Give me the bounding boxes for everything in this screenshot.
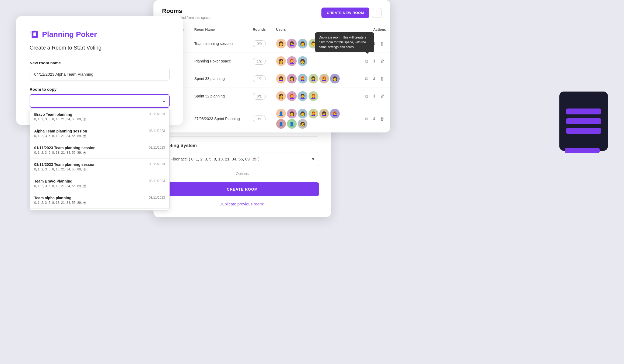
list-item[interactable]: Alpha Team planning session 0, 1, 2, 3, … — [30, 125, 169, 142]
new-room-input[interactable] — [30, 68, 170, 80]
panel-bar-bottom — [565, 148, 600, 153]
duplicate-action-button[interactable]: ⧉ — [363, 58, 370, 65]
panel-bar-3 — [566, 128, 601, 134]
avatar: 👤 — [287, 119, 297, 129]
avatar: 👩 — [287, 74, 297, 83]
dropdown-item-date: 03/11/2023 — [149, 196, 165, 200]
duplicate-link[interactable]: Duplicate previous room? — [219, 202, 265, 206]
voting-system-select[interactable]: Fibonacci ( 0, 1, 2, 3, 5, 8, 13, 21, 34… — [165, 152, 319, 166]
download-action-button[interactable]: ⬇ — [371, 75, 377, 82]
logo-area: 🂠 Planning Poker — [30, 30, 170, 39]
dropdown-item-name: Team alpha planning — [34, 196, 146, 200]
room-to-copy-wrapper: ▲ Bravo Team planning 0, 1, 2, 3, 5, 8, … — [30, 94, 170, 108]
duplicate-action-button[interactable]: ⧉ — [363, 75, 370, 82]
list-item[interactable]: 01/11/2023 Team planning session 0, 1, 2… — [30, 142, 169, 159]
cell-room-name: Sprint 32 planning — [190, 88, 248, 105]
create-new-room-button[interactable]: CREATE NEW ROOM — [321, 8, 369, 18]
dropdown-item-cards: 0, 1, 2, 3, 5, 8, 13, 21, 34, 55, 89, ☕ — [34, 201, 146, 205]
avatar: 👩‍🦰 — [319, 74, 329, 83]
avatar: 👩‍🦰 — [330, 109, 340, 118]
duplicate-action-button[interactable]: ⧉ — [363, 93, 370, 100]
cell-users: 👩👩‍🦰👩 — [272, 52, 357, 70]
avatar: 👩 — [298, 39, 307, 48]
avatar: 👩‍🦰 — [309, 109, 318, 118]
avatar: 👩 — [330, 74, 340, 83]
rounds-badge: 1/2 — [253, 75, 266, 82]
planning-poker-card: 🂠 Planning Poker Create a Room to Start … — [16, 16, 183, 125]
dropdown-item-date: 03/11/2023 — [149, 146, 165, 149]
dropdown-item-date: 03/11/2023 — [149, 112, 165, 116]
list-item[interactable]: New room 03/11/2023 — [30, 209, 169, 211]
create-room-button[interactable]: CREATE ROOM — [165, 182, 319, 196]
more-dots-icon: ⋮ — [374, 10, 379, 16]
cell-rounds: 1/2 — [248, 52, 272, 70]
dropdown-item-date: 03/11/2023 — [149, 129, 165, 133]
list-item[interactable]: 03/11/2023 Team planning session 0, 1, 2… — [30, 159, 169, 175]
avatar: 👩 — [276, 91, 286, 101]
voting-system-wrapper: Fibonacci ( 0, 1, 2, 3, 5, 8, 13, 21, 34… — [165, 152, 319, 166]
cell-users: 👩👩‍🦰👩‍🦱👩‍🦰 — [272, 88, 357, 105]
duplicate-action-button[interactable]: ⧉ — [363, 116, 370, 122]
table-row: 23 👩 Sprint 33 planning 1/2 👩‍🦱👩👩‍🦰👩‍🦱👩‍… — [153, 70, 390, 88]
tooltip-text: Duplicate room. This will create a new r… — [319, 36, 366, 49]
dropdown-item-info: Team Bravo Planning 0, 1, 2, 3, 5, 8, 13… — [34, 179, 146, 188]
new-room-label: New room name — [30, 61, 170, 65]
voting-system-label: Voting System — [165, 143, 319, 148]
cell-room-name: Team planning session — [190, 35, 248, 52]
new-room-name-group: New room name — [30, 61, 170, 80]
avatar: 👩 — [298, 119, 307, 129]
avatar: 👩‍🦰 — [287, 56, 297, 66]
list-item[interactable]: Bravo Team planning 0, 1, 2, 3, 5, 8, 13… — [30, 108, 169, 125]
delete-action-button[interactable]: 🗑 — [378, 116, 386, 122]
avatar: 👩‍🦰 — [309, 91, 318, 101]
dropdown-item-cards: 0, 1, 2, 3, 5, 8, 13, 21, 34, 55, 89, ☕ — [34, 134, 146, 138]
download-action-button[interactable]: ⬇ — [371, 93, 377, 100]
cell-room-name: Sprint 33 planning — [190, 70, 248, 88]
avatar: 👤 — [276, 109, 286, 118]
avatar: 👤 — [276, 119, 286, 129]
cell-users: 👩‍🦱👩👩‍🦰👩‍🦱👩‍🦰👩 — [272, 70, 357, 88]
delete-action-button[interactable]: 🗑 — [378, 58, 386, 65]
panel-bar-2 — [566, 118, 601, 124]
dropdown-item-info: Bravo Team planning 0, 1, 2, 3, 5, 8, 13… — [34, 112, 146, 121]
avatar-group: 👩‍🦱👩👩‍🦰👩‍🦱👩‍🦰👩 — [276, 74, 346, 83]
dropdown-list: Bravo Team planning 0, 1, 2, 3, 5, 8, 13… — [30, 108, 170, 211]
avatar: 👩‍🦰 — [287, 91, 297, 101]
dropdown-item-cards: 0, 1, 2, 3, 5, 8, 13, 21, 34, 55, 89, ☕ — [34, 167, 146, 171]
cell-rounds: 0/1 — [248, 88, 272, 105]
table-row: 23 👩‍🦱 Planning Poker space 1/2 👩👩‍🦰👩 ⧉ … — [153, 52, 390, 70]
logo-text: Planning Poker — [42, 30, 97, 39]
cell-users: 👤👩👩👩‍🦰👩‍🦱👩‍🦰👤👤👩 — [272, 105, 357, 133]
delete-action-button[interactable]: 🗑 — [378, 75, 386, 82]
dropdown-item-name: 01/11/2023 Team planning session — [34, 146, 146, 150]
rooms-header: Rooms Rooms created from this space CREA… — [153, 0, 390, 24]
rounds-badge: 0/1 — [253, 93, 266, 100]
avatar: 👩‍🦱 — [298, 91, 307, 101]
cell-rounds: 1/2 — [248, 70, 272, 88]
col-room-name: Room Name — [190, 24, 248, 35]
avatar: 👩‍🦱 — [319, 109, 329, 118]
rooms-card: Rooms Rooms created from this space CREA… — [153, 0, 390, 132]
dropdown-item-cards: 0, 1, 2, 3, 5, 8, 13, 21, 34, 55, 89, ☕ — [34, 184, 146, 188]
svg-text:🂠: 🂠 — [33, 32, 36, 36]
download-action-button[interactable]: ⬇ — [371, 115, 377, 122]
table-row: 23 👩‍🦰 27/08/2023 Sprint Planning 0/1 👤👩… — [153, 105, 390, 133]
list-item[interactable]: Team Bravo Planning 0, 1, 2, 3, 5, 8, 13… — [30, 175, 169, 192]
dropdown-item-date: 03/11/2023 — [149, 179, 165, 183]
download-action-button[interactable]: ⬇ — [371, 58, 377, 65]
avatar-group: 👩👩‍🦰👩 — [276, 56, 346, 66]
planning-poker-icon: 🂠 — [30, 30, 39, 39]
panel-bar-1 — [566, 108, 601, 114]
cell-room-name: Planning Poker space — [190, 52, 248, 70]
table-row: 23 👩 Sprint 32 planning 0/1 👩👩‍🦰👩‍🦱👩‍🦰 ⧉… — [153, 88, 390, 105]
delete-action-button[interactable]: 🗑 — [378, 93, 386, 100]
dropdown-item-name: Bravo Team planning — [34, 112, 146, 117]
avatar: 👩 — [298, 56, 307, 66]
dropdown-item-name: 03/11/2023 Team planning session — [34, 162, 146, 167]
room-to-copy-select[interactable] — [30, 94, 170, 108]
list-item[interactable]: Team alpha planning 0, 1, 2, 3, 5, 8, 13… — [30, 192, 169, 209]
cell-actions: ⧉ ⬇ 🗑 — [357, 105, 390, 133]
avatar: 👩‍🦱 — [309, 74, 318, 83]
rooms-more-button[interactable]: ⋮ — [372, 8, 382, 18]
delete-action-button[interactable]: 🗑 — [378, 40, 386, 47]
